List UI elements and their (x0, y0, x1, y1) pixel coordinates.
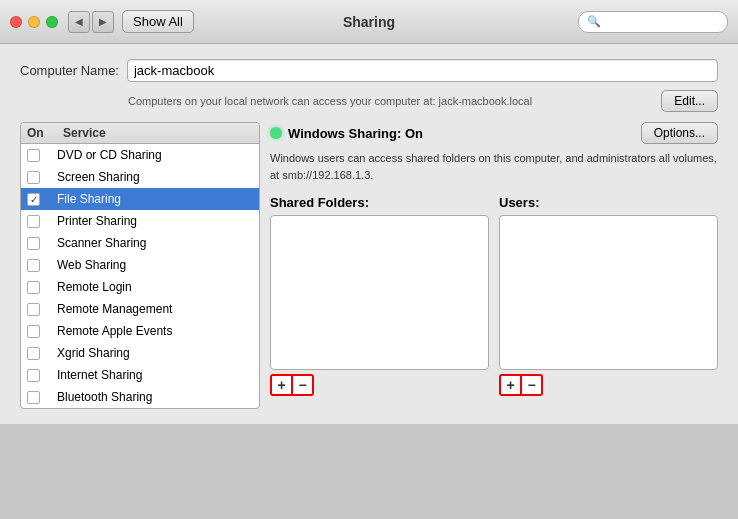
service-row[interactable]: Remote Login (21, 276, 259, 298)
main-panel: On Service DVD or CD SharingScreen Shari… (20, 122, 718, 409)
column-on-header: On (27, 126, 63, 140)
service-name: DVD or CD Sharing (57, 148, 162, 162)
computer-name-row: Computer Name: (20, 59, 718, 82)
service-checkbox[interactable] (27, 281, 40, 294)
services-header: On Service (21, 123, 259, 144)
service-checkbox[interactable] (27, 237, 40, 250)
show-all-button[interactable]: Show All (122, 10, 194, 33)
service-checkbox-cell (27, 259, 57, 272)
service-checkbox-cell (27, 325, 57, 338)
service-row[interactable]: Web Sharing (21, 254, 259, 276)
close-button[interactable] (10, 16, 22, 28)
service-row[interactable]: Remote Management (21, 298, 259, 320)
detail-panel: Windows Sharing: On Options... Windows u… (270, 122, 718, 409)
service-name: Internet Sharing (57, 368, 142, 382)
service-name: Xgrid Sharing (57, 346, 130, 360)
service-name: Scanner Sharing (57, 236, 146, 250)
service-name: Remote Management (57, 302, 172, 316)
service-name: File Sharing (57, 192, 121, 206)
status-title: Windows Sharing: On (288, 126, 423, 141)
service-name: Screen Sharing (57, 170, 140, 184)
service-checkbox[interactable]: ✓ (27, 193, 40, 206)
computer-name-input[interactable] (127, 59, 718, 82)
service-row[interactable]: Bluetooth Sharing (21, 386, 259, 408)
service-row[interactable]: Scanner Sharing (21, 232, 259, 254)
search-input[interactable] (605, 15, 719, 29)
users-label: Users: (499, 195, 718, 210)
computer-info: Computers on your local network can acce… (128, 90, 718, 112)
service-checkbox-cell (27, 237, 57, 250)
service-status-row: Windows Sharing: On Options... (270, 122, 718, 144)
service-row[interactable]: Xgrid Sharing (21, 342, 259, 364)
back-button[interactable]: ◀ (68, 11, 90, 33)
service-checkbox[interactable] (27, 171, 40, 184)
services-panel: On Service DVD or CD SharingScreen Shari… (20, 122, 260, 409)
service-checkbox[interactable] (27, 347, 40, 360)
options-button[interactable]: Options... (641, 122, 718, 144)
add-shared-folder-button[interactable]: + (270, 374, 292, 396)
shared-folders-col: Shared Folders: + − (270, 195, 489, 396)
shared-folders-list (270, 215, 489, 370)
forward-button[interactable]: ▶ (92, 11, 114, 33)
service-checkbox-cell (27, 347, 57, 360)
service-checkbox-cell (27, 281, 57, 294)
service-rows-container: DVD or CD SharingScreen Sharing✓File Sha… (21, 144, 259, 408)
service-checkbox[interactable] (27, 303, 40, 316)
title-bar: ◀ ▶ Show All Sharing 🔍 (0, 0, 738, 44)
main-content: Computer Name: Computers on your local n… (0, 44, 738, 424)
service-checkbox[interactable] (27, 215, 40, 228)
service-checkbox-cell (27, 171, 57, 184)
service-name: Remote Apple Events (57, 324, 172, 338)
service-row[interactable]: Printer Sharing (21, 210, 259, 232)
service-checkbox-cell (27, 149, 57, 162)
service-name: Remote Login (57, 280, 132, 294)
users-col: Users: + − (499, 195, 718, 396)
service-checkbox[interactable] (27, 369, 40, 382)
minimize-button[interactable] (28, 16, 40, 28)
edit-button[interactable]: Edit... (661, 90, 718, 112)
service-checkbox-cell (27, 215, 57, 228)
users-controls: + − (499, 374, 718, 396)
shared-users-area: Shared Folders: + − Users: + − (270, 195, 718, 396)
service-name: Web Sharing (57, 258, 126, 272)
service-name: Bluetooth Sharing (57, 390, 152, 404)
service-checkbox-cell (27, 391, 57, 404)
add-user-button[interactable]: + (499, 374, 521, 396)
shared-folders-controls: + − (270, 374, 489, 396)
service-row[interactable]: ✓File Sharing (21, 188, 259, 210)
shared-folders-label: Shared Folders: (270, 195, 489, 210)
service-row[interactable]: Remote Apple Events (21, 320, 259, 342)
service-checkbox[interactable] (27, 391, 40, 404)
nav-buttons: ◀ ▶ (68, 11, 114, 33)
service-name: Printer Sharing (57, 214, 137, 228)
search-icon: 🔍 (587, 15, 601, 28)
service-checkbox[interactable] (27, 325, 40, 338)
service-checkbox-cell: ✓ (27, 193, 57, 206)
service-description: Windows users can access shared folders … (270, 150, 718, 183)
users-list (499, 215, 718, 370)
traffic-lights (10, 16, 58, 28)
service-row[interactable]: Screen Sharing (21, 166, 259, 188)
service-checkbox-cell (27, 369, 57, 382)
status-dot (270, 127, 282, 139)
service-checkbox[interactable] (27, 259, 40, 272)
column-service-header: Service (63, 126, 106, 140)
remove-shared-folder-button[interactable]: − (292, 374, 314, 396)
service-row[interactable]: DVD or CD Sharing (21, 144, 259, 166)
remove-user-button[interactable]: − (521, 374, 543, 396)
maximize-button[interactable] (46, 16, 58, 28)
search-box[interactable]: 🔍 (578, 11, 728, 33)
service-checkbox-cell (27, 303, 57, 316)
service-checkbox[interactable] (27, 149, 40, 162)
services-table: On Service DVD or CD SharingScreen Shari… (20, 122, 260, 409)
computer-name-label: Computer Name: (20, 63, 119, 78)
window-title: Sharing (343, 14, 395, 30)
computer-info-text: Computers on your local network can acce… (128, 95, 532, 107)
service-row[interactable]: Internet Sharing (21, 364, 259, 386)
